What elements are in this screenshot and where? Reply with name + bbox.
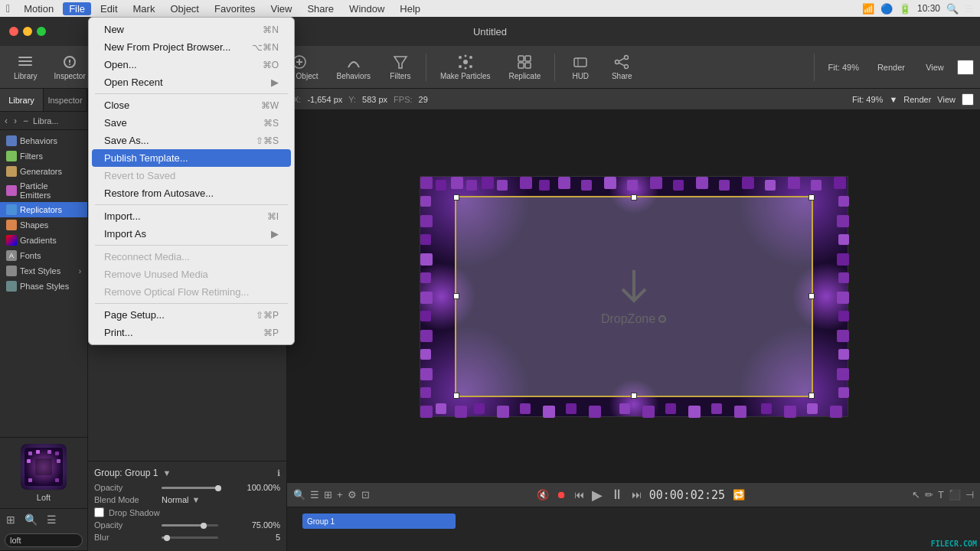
timeline-pause-button[interactable]: ⏸ [610, 487, 624, 503]
search-input[interactable] [5, 533, 83, 547]
timeline-grid-icon[interactable]: ⊞ [324, 489, 332, 500]
tab-library[interactable]: Library [0, 89, 44, 111]
timeline-mute-icon[interactable]: 🔇 [537, 489, 549, 500]
timeline-add-icon[interactable]: + [337, 489, 343, 500]
menu-publish-template[interactable]: Publish Template... [92, 149, 291, 167]
menu-save[interactable]: Save ⌘S [92, 114, 291, 132]
view-options[interactable]: ▼ [889, 95, 897, 104]
apple-menu[interactable]:  [6, 2, 10, 15]
handle-tl[interactable] [453, 194, 459, 201]
menu-file[interactable]: File [63, 2, 91, 15]
handle-tr[interactable] [808, 194, 815, 201]
blur-slider[interactable] [162, 536, 218, 539]
timeline-group1-track[interactable]: Group 1 [302, 514, 456, 529]
sidebar-item-gradients[interactable]: Gradients [0, 233, 87, 248]
minimize-button[interactable] [23, 27, 32, 36]
blend-control[interactable]: Normal ▼ [162, 495, 280, 504]
nav-back-button[interactable]: ‹ [3, 114, 9, 128]
hud-button[interactable]: HUD [561, 51, 599, 83]
menu-import-as[interactable]: Import As ▶ [92, 225, 291, 243]
timeline-shape-tool[interactable]: ⬛ [949, 489, 961, 500]
sidebar-item-replicators[interactable]: Replicators [0, 202, 87, 217]
timeline-prev-frame[interactable]: ⏮ [574, 489, 584, 500]
maximize-button[interactable] [37, 27, 46, 36]
sidebar-list-view[interactable]: ☰ [44, 512, 60, 527]
canvas-wrapper[interactable]: DropZone i [287, 110, 980, 482]
sidebar-item-text-styles[interactable]: Text Styles › [0, 263, 87, 279]
timeline-cursor-tool[interactable]: ↖ [912, 489, 920, 500]
view-btn[interactable]: View [937, 95, 956, 104]
menu-restore-autosave[interactable]: Restore from Autosave... [92, 184, 291, 202]
tab-inspector[interactable]: Inspector [44, 89, 87, 111]
inspector-button[interactable]: Inspector [47, 51, 93, 83]
timeline-pen-tool[interactable]: ✏ [925, 489, 933, 500]
menu-close[interactable]: Close ⌘W [92, 96, 291, 114]
menu-edit[interactable]: Edit [94, 2, 123, 15]
timeline-list-icon[interactable]: ☰ [310, 489, 319, 500]
color-swatch[interactable] [957, 60, 974, 75]
fit-button[interactable]: Fit: 49% [821, 60, 867, 75]
menu-new-project-browser[interactable]: New From Project Browser... ⌥⌘N [92, 38, 291, 56]
share-button[interactable]: Share [603, 51, 641, 83]
handle-bc[interactable] [631, 393, 637, 399]
sidebar-search-btn[interactable]: 🔍 [21, 512, 41, 527]
handle-mr[interactable] [808, 293, 815, 299]
menu-page-setup[interactable]: Page Setup... ⇧⌘P [92, 306, 291, 324]
sidebar-item-shapes[interactable]: Shapes [0, 217, 87, 233]
handle-br[interactable] [808, 393, 815, 399]
menu-import[interactable]: Import... ⌘I [92, 207, 291, 225]
menu-mark[interactable]: Mark [127, 2, 162, 15]
timeline-expand-icon[interactable]: ⊡ [361, 489, 370, 500]
timeline-record-icon[interactable]: ⏺ [557, 489, 567, 500]
handle-tc[interactable] [631, 194, 637, 201]
menu-window[interactable]: Window [343, 2, 390, 15]
view-button[interactable]: View [916, 60, 954, 75]
sidebar-item-behaviors[interactable]: Behaviors [0, 133, 87, 148]
sidebar-item-generators[interactable]: Generators [0, 164, 87, 179]
timeline-content[interactable]: Group 1 FILECR.COM [287, 507, 980, 551]
menu-print[interactable]: Print... ⌘P [92, 324, 291, 341]
menu-icon[interactable]: ☰ [965, 3, 974, 15]
menu-new[interactable]: New ⌘N [92, 21, 291, 38]
timeline-next-frame[interactable]: ⏭ [632, 489, 642, 500]
timeline-search-icon[interactable]: 🔍 [293, 489, 305, 500]
app-menu-motion[interactable]: Motion [18, 2, 60, 15]
color-btn[interactable] [962, 93, 974, 106]
canvas-selected-group[interactable]: DropZone i [455, 196, 813, 397]
close-button[interactable] [9, 27, 18, 36]
make-particles-button[interactable]: Make Particles [433, 51, 498, 83]
menu-view[interactable]: View [264, 2, 298, 15]
nav-minus-button[interactable]: − [21, 114, 30, 128]
timeline-play-button[interactable]: ▶ [592, 487, 603, 504]
render-button[interactable]: Render [870, 60, 913, 75]
sidebar-item-particle-emitters[interactable]: Particle Emitters [0, 179, 87, 202]
opacity-slider[interactable] [162, 487, 218, 489]
opacity2-slider[interactable] [162, 524, 218, 527]
render-btn[interactable]: Render [903, 95, 931, 104]
timeline-loop-icon[interactable]: 🔁 [733, 489, 745, 500]
menu-open[interactable]: Open... ⌘O [92, 56, 291, 73]
timeline-end-button[interactable]: ⊣ [965, 489, 974, 500]
menu-open-recent[interactable]: Open Recent ▶ [92, 73, 291, 91]
timeline-text-tool[interactable]: T [938, 489, 944, 500]
replicate-button[interactable]: Replicate [501, 51, 549, 83]
handle-bl[interactable] [453, 393, 459, 399]
behaviors-button[interactable]: Behaviors [329, 51, 378, 83]
menu-object[interactable]: Object [164, 2, 205, 15]
drop-shadow-checkbox[interactable] [94, 507, 104, 517]
library-button[interactable]: Library [6, 51, 45, 83]
menu-help[interactable]: Help [394, 2, 426, 15]
menu-favorites[interactable]: Favorites [208, 2, 261, 15]
nav-forward-button[interactable]: › [12, 114, 18, 128]
timeline-settings-icon[interactable]: ⚙ [348, 489, 357, 500]
sidebar-item-phase-styles[interactable]: Phase Styles [0, 279, 87, 294]
menu-save-as[interactable]: Save As... ⇧⌘S [92, 132, 291, 149]
sidebar-item-fonts[interactable]: A Fonts [0, 248, 87, 263]
fit-percent[interactable]: Fit: 49% [852, 95, 883, 104]
sidebar-grid-view[interactable]: ⊞ [3, 512, 18, 527]
menu-share[interactable]: Share [301, 2, 340, 15]
sidebar-item-filters[interactable]: Filters [0, 148, 87, 164]
prop-info-icon[interactable]: ℹ [277, 468, 280, 478]
filters-button[interactable]: Filters [381, 51, 420, 83]
handle-ml[interactable] [453, 293, 459, 299]
